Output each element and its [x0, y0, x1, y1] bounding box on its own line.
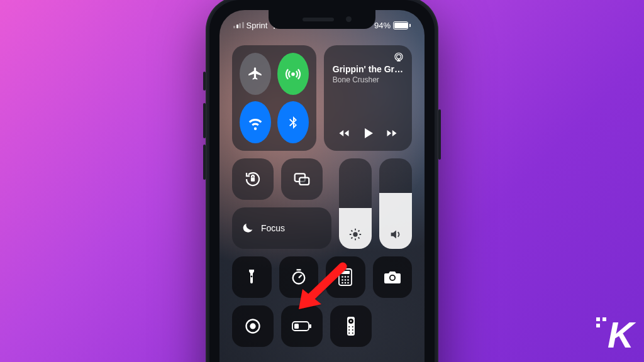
airplay-icon[interactable]	[393, 52, 404, 63]
low-power-mode-toggle[interactable]	[281, 305, 323, 347]
svg-point-29	[347, 282, 349, 284]
battery-icon	[393, 21, 411, 30]
svg-line-14	[358, 230, 360, 231]
carrier-label: Sprint	[247, 21, 268, 30]
svg-point-45	[352, 332, 353, 334]
volume-slider[interactable]	[379, 158, 412, 249]
signal-bars-icon	[233, 22, 244, 28]
power-button	[438, 109, 441, 160]
svg-point-15	[251, 276, 253, 278]
timer-button[interactable]	[279, 256, 319, 298]
screen-mirroring-button[interactable]	[281, 158, 323, 200]
svg-line-17	[299, 275, 302, 278]
page-background: K Sprint	[0, 0, 644, 362]
svg-line-12	[358, 238, 360, 239]
svg-point-42	[348, 329, 350, 331]
svg-point-41	[352, 326, 353, 327]
track-title: Grippin' the Gr…	[333, 64, 403, 74]
rewind-button[interactable]	[338, 127, 350, 140]
wifi-toggle[interactable]	[240, 101, 271, 143]
focus-toggle[interactable]: Focus	[232, 207, 331, 249]
speaker-icon	[389, 228, 402, 241]
connectivity-tile[interactable]	[232, 45, 316, 151]
svg-point-22	[345, 276, 347, 278]
svg-point-26	[347, 279, 349, 281]
svg-point-16	[292, 272, 304, 284]
bluetooth-toggle[interactable]	[277, 101, 309, 143]
track-artist: Bone Crusher	[333, 75, 403, 84]
camera-button[interactable]	[373, 256, 413, 298]
orientation-lock-toggle[interactable]	[232, 158, 274, 200]
svg-point-21	[341, 276, 343, 278]
svg-rect-3	[251, 178, 255, 182]
svg-point-43	[352, 329, 353, 331]
focus-label: Focus	[261, 223, 285, 233]
svg-rect-36	[294, 324, 299, 329]
brightness-slider[interactable]	[339, 158, 372, 249]
cellular-data-toggle[interactable]	[277, 53, 309, 95]
flashlight-button[interactable]	[232, 256, 272, 298]
now-playing-tile[interactable]: Grippin' the Gr… Bone Crusher	[324, 45, 412, 151]
svg-point-25	[345, 279, 347, 281]
svg-point-44	[348, 332, 350, 334]
apple-tv-remote-button[interactable]	[330, 305, 372, 347]
watermark-text: K	[608, 314, 633, 355]
svg-point-40	[348, 326, 350, 327]
iphone-frame: Sprint 94%	[206, 0, 438, 362]
iphone-screen: Sprint 94%	[219, 10, 425, 362]
svg-point-28	[345, 282, 347, 284]
svg-point-0	[292, 73, 294, 75]
notch	[269, 10, 375, 29]
svg-point-6	[353, 232, 357, 236]
airplane-mode-toggle[interactable]	[240, 53, 271, 95]
screen-recording-button[interactable]	[232, 305, 274, 347]
battery-pct-label: 94%	[374, 21, 391, 30]
svg-point-39	[350, 321, 352, 322]
sun-icon	[348, 228, 362, 241]
volume-up-button	[203, 103, 206, 138]
svg-rect-35	[309, 324, 311, 328]
svg-rect-5	[299, 178, 309, 185]
svg-point-27	[341, 282, 343, 284]
play-button[interactable]	[360, 126, 375, 141]
control-center: Grippin' the Gr… Bone Crusher	[232, 45, 412, 362]
moon-icon	[241, 221, 255, 235]
svg-point-23	[347, 276, 349, 278]
svg-line-13	[351, 238, 352, 239]
svg-line-11	[351, 230, 352, 231]
volume-down-button	[203, 145, 206, 180]
svg-point-2	[397, 55, 401, 59]
calculator-button[interactable]	[326, 256, 365, 298]
svg-rect-20	[341, 271, 350, 274]
forward-button[interactable]	[386, 127, 398, 140]
svg-point-24	[341, 279, 343, 281]
svg-point-33	[250, 323, 255, 329]
watermark-logo: K	[608, 314, 633, 356]
mute-switch	[203, 72, 206, 90]
svg-point-31	[391, 276, 394, 280]
